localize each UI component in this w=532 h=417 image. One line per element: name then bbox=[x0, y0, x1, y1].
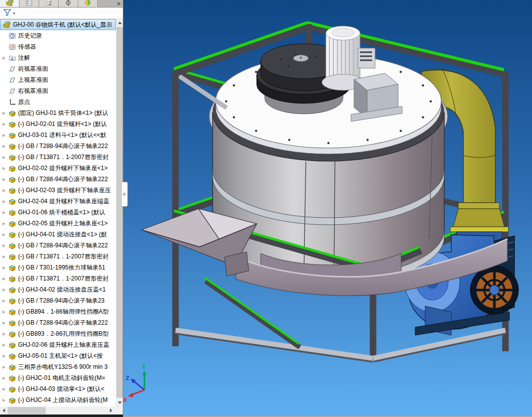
expand-arrow-icon[interactable]: ▶ bbox=[0, 155, 8, 160]
expand-arrow-icon[interactable]: ▶ bbox=[0, 398, 8, 402]
expand-arrow-icon[interactable]: ▶ bbox=[0, 288, 8, 292]
part-icon bbox=[8, 330, 16, 338]
tree-item[interactable]: 传感器 bbox=[0, 41, 116, 52]
expand-arrow-icon[interactable]: ▶ bbox=[0, 254, 8, 259]
tree-filter-row[interactable]: ▾ bbox=[0, 8, 123, 19]
tree-item[interactable]: ▶(-) GHJ-04-01 搅动连接盘<1> (默 bbox=[0, 229, 116, 240]
filter-funnel-icon[interactable] bbox=[3, 8, 12, 18]
tree-item[interactable]: ▶GHJ-02-05 提升螺杆上轴承座<1> bbox=[0, 218, 116, 229]
tree-item[interactable]: ▶(-) GB / T288-94调心滚子轴承23 bbox=[0, 295, 116, 306]
expand-arrow-icon[interactable]: ▶ bbox=[0, 365, 8, 369]
tree-item[interactable]: ▶(-) GB / T288-94调心滚子轴承222 bbox=[0, 317, 116, 328]
expand-arrow-icon[interactable]: ▶ bbox=[0, 310, 8, 314]
tree-item[interactable]: ▶(-) GB / T13871．1-2007唇形密封 bbox=[0, 152, 116, 163]
part-icon bbox=[8, 131, 16, 139]
tree-item[interactable]: ▶(-) GB / T288-94调心滚子轴承222 bbox=[0, 141, 116, 152]
part-icon bbox=[8, 241, 16, 249]
tree-item[interactable]: ▶(-) GB / T13871．1-2007唇形密封 bbox=[0, 251, 116, 262]
scroll-down-icon[interactable] bbox=[116, 399, 123, 406]
tree-item[interactable]: ▶GHJ-02-04 提升螺杆下轴承座端盖 bbox=[0, 196, 116, 207]
expand-arrow-icon[interactable]: ▶ bbox=[0, 276, 8, 281]
plane-icon bbox=[8, 76, 16, 84]
lid-bolt-hole bbox=[327, 142, 329, 144]
tab-overflow-chevron-icon[interactable]: > bbox=[117, 0, 120, 8]
expand-arrow-icon[interactable]: ▶ bbox=[0, 299, 8, 303]
annotations-icon: A bbox=[8, 54, 16, 62]
vertical-scroll-thumb[interactable] bbox=[117, 27, 123, 397]
blower-fan[interactable] bbox=[470, 266, 518, 314]
expand-arrow-icon[interactable]: ▶ bbox=[0, 354, 8, 358]
part-icon bbox=[8, 308, 16, 316]
filter-dropdown-caret-icon[interactable]: ▾ bbox=[13, 11, 15, 16]
scroll-up-icon[interactable] bbox=[116, 19, 123, 27]
horizontal-scrollbar[interactable] bbox=[0, 406, 116, 414]
part-icon bbox=[8, 164, 16, 172]
expand-arrow-icon[interactable]: ▶ bbox=[0, 265, 8, 270]
tree-root-item[interactable]: GHJ-00 谷物烘干机 (默认<默认_显示 bbox=[0, 19, 116, 30]
tree-item[interactable]: 右视基准面 bbox=[0, 85, 116, 96]
expand-arrow-icon[interactable]: ▶ bbox=[0, 210, 8, 215]
tree-item[interactable]: ▶(-) GB / T13871．1-2007唇形密封 bbox=[0, 273, 116, 284]
scroll-right-icon[interactable] bbox=[107, 406, 115, 414]
tree-item-label: (-) GB894．1-86轴用弹性挡圈A型 bbox=[18, 308, 109, 316]
tree-item[interactable]: ▶GHJ-01-06 烘干桶桶盖<1> (默认 bbox=[0, 207, 116, 218]
expand-arrow-icon[interactable]: ▶ bbox=[0, 387, 8, 391]
expand-arrow-icon[interactable]: ▶ bbox=[0, 376, 8, 380]
property-manager-tab[interactable] bbox=[20, 0, 39, 8]
tree-item[interactable]: ▶(-) GHJ-02-01 提升螺杆<1> (默认 bbox=[0, 118, 116, 129]
dimxpert-icon bbox=[65, 0, 72, 8]
part-icon bbox=[8, 286, 16, 294]
expand-arrow-icon[interactable]: ▶ bbox=[0, 56, 8, 60]
viewport-3d: Y Z X bbox=[123, 0, 532, 417]
expand-arrow-icon[interactable]: ▶ bbox=[0, 177, 8, 182]
horizontal-scroll-thumb[interactable] bbox=[8, 407, 46, 414]
tree-item[interactable]: 原点 bbox=[0, 96, 116, 107]
tree-item[interactable]: ▶(-) GB / T288-94调心滚子轴承222 bbox=[0, 240, 116, 251]
tree-item[interactable]: ▶(-) GHJ-02-03 提升螺杆下轴承座压 bbox=[0, 185, 116, 196]
tree-item-label: (-) GB / T288-94调心滚子轴承222 bbox=[18, 175, 108, 184]
tree-item[interactable]: ▶A注解 bbox=[0, 52, 116, 63]
display-manager-tab[interactable] bbox=[78, 0, 98, 8]
tree-item[interactable]: 历史记录 bbox=[0, 30, 116, 41]
expand-arrow-icon[interactable]: ▶ bbox=[0, 221, 8, 226]
expand-arrow-icon[interactable]: ▶ bbox=[0, 111, 8, 115]
tree-item[interactable]: ▶(固定) GHJ-01 烘干筒体<1> (默认 bbox=[0, 107, 116, 118]
expand-arrow-icon[interactable]: ▶ bbox=[0, 133, 8, 137]
tree-item[interactable]: ▶(-) GB / T288-94调心滚子轴承222 bbox=[0, 174, 116, 185]
dimxpert-manager-tab[interactable] bbox=[59, 0, 78, 8]
tree-item[interactable]: ▶(-) GHJC-04 上搅动从动斜齿轮(M bbox=[0, 394, 116, 405]
tree-item-label: 三相异步电机Y132S-6 900r min 3 bbox=[18, 363, 108, 371]
expand-arrow-icon[interactable]: ▶ bbox=[0, 243, 8, 248]
configuration-manager-tab[interactable] bbox=[39, 0, 59, 8]
tree-item[interactable]: ▶(-) GB / T301-1995推力球轴承51 bbox=[0, 262, 116, 273]
expand-arrow-icon[interactable]: ▶ bbox=[0, 343, 8, 347]
tree-item[interactable]: ▶(-) GHJ-04-03 搅动掌<1> (默认< bbox=[0, 383, 116, 394]
expand-arrow-icon[interactable]: ▶ bbox=[0, 332, 8, 336]
expand-arrow-icon[interactable]: ▶ bbox=[0, 199, 8, 204]
tree-item[interactable]: ▶GHJ-02-06 提升螺杆上轴承座压盖 bbox=[0, 339, 116, 350]
tree-item[interactable]: ▶(-) GHJC-01 电机主动斜齿轮(M= bbox=[0, 372, 116, 383]
expand-arrow-icon[interactable]: ▶ bbox=[0, 232, 8, 237]
tree-item[interactable]: ▶三相异步电机Y132S-6 900r min 3 bbox=[0, 361, 116, 372]
tree-item[interactable]: 前视基准面 bbox=[0, 63, 116, 74]
tree-item[interactable]: ▶GHJ-02-02 提升螺杆下轴承座<1> bbox=[0, 163, 116, 174]
expand-arrow-icon[interactable]: ▶ bbox=[0, 166, 8, 171]
tree-item-label: (-) GB / T288-94调心滚子轴承222 bbox=[18, 142, 108, 151]
tree-item[interactable]: ▶GHJ-03-01 进料斗<1> (默认<<默 bbox=[0, 129, 116, 141]
feature-manager-tab[interactable] bbox=[0, 0, 20, 8]
tree-item[interactable]: 上视基准面 bbox=[0, 74, 116, 85]
expand-arrow-icon[interactable]: ▶ bbox=[0, 188, 8, 193]
expand-arrow-icon[interactable]: ▶ bbox=[0, 144, 8, 149]
vertical-scrollbar[interactable] bbox=[116, 19, 123, 406]
tree-item[interactable]: ▶GHJ-05-01 主机架<1> (默认<按 bbox=[0, 350, 116, 361]
panel-splitter-handle[interactable] bbox=[122, 182, 128, 207]
tree-item[interactable]: ▶(-) GHJ-04-02 搅动连接盘压盖<1 bbox=[0, 284, 116, 295]
scroll-left-icon[interactable] bbox=[0, 406, 8, 414]
assembly-icon bbox=[3, 20, 11, 30]
tree-item[interactable]: ▶(-) GB893．2-86孔用弹性挡圈B型 bbox=[0, 328, 116, 339]
tree-item[interactable]: ▶(-) GB894．1-86轴用弹性挡圈A型 bbox=[0, 306, 116, 317]
expand-arrow-icon[interactable]: ▶ bbox=[0, 321, 8, 325]
part-icon bbox=[8, 142, 16, 150]
lid-bolt-hole bbox=[422, 116, 424, 118]
expand-arrow-icon[interactable]: ▶ bbox=[0, 122, 8, 126]
